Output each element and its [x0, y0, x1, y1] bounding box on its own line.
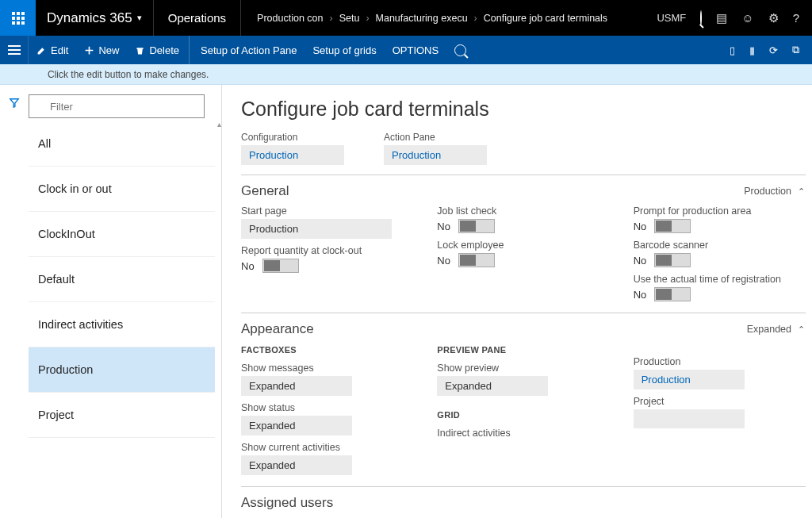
actual-time-toggle[interactable]: [654, 287, 691, 301]
action-bar: Edit New Delete Setup of Action Pane Set…: [0, 36, 812, 64]
sidebar-item-production[interactable]: Production: [29, 347, 215, 393]
show-preview-label: Show preview: [437, 363, 609, 374]
main-content: Configure job card terminals Configurati…: [222, 85, 812, 518]
sidebar-item-all[interactable]: All: [29, 121, 215, 167]
show-status-value[interactable]: Expanded: [241, 416, 352, 436]
prompt-area-value: No: [634, 221, 647, 232]
gear-icon[interactable]: ⚙: [768, 11, 779, 25]
assigned-users-section-header[interactable]: Assigned users: [241, 495, 806, 511]
show-preview-value[interactable]: Expanded: [437, 376, 548, 396]
start-page-value[interactable]: Production: [241, 219, 392, 239]
action-pane-value[interactable]: Production: [384, 145, 487, 165]
trash-icon: [135, 45, 145, 56]
config-value[interactable]: Production: [241, 145, 344, 165]
show-current-value[interactable]: Expanded: [241, 455, 352, 475]
report-qty-label: Report quantity at clock-out: [241, 245, 413, 256]
appearance-summary: Expanded: [747, 324, 798, 335]
show-current-label: Show current activities: [241, 442, 413, 453]
lock-employee-label: Lock employee: [437, 240, 609, 251]
project-field-value[interactable]: [634, 409, 745, 428]
project-field-label: Project: [634, 396, 806, 407]
filter-input[interactable]: [29, 94, 205, 118]
scroll-up-icon[interactable]: ▴: [215, 120, 223, 129]
sidebar: ▴ All Clock in or out ClockInOut Default…: [29, 85, 222, 518]
module-name[interactable]: Operations: [154, 0, 241, 36]
action-pane-label: Action Pane: [384, 132, 487, 143]
new-label: New: [98, 44, 119, 56]
info-text: Click the edit button to make changes.: [48, 69, 209, 80]
funnel-icon[interactable]: [9, 98, 20, 109]
search-icon[interactable]: [700, 11, 702, 25]
edit-label: Edit: [51, 44, 68, 56]
page-title: Configure job card terminals: [241, 98, 806, 121]
grid-subhead: GRID: [437, 410, 609, 420]
assigned-users-title: Assigned users: [241, 495, 349, 511]
plus-icon: [84, 45, 94, 56]
factboxes-subhead: FACTBOXES: [241, 345, 413, 355]
chevron-up-icon: ⌃: [798, 324, 806, 335]
sidebar-item-clock-in-or-out[interactable]: Clock in or out: [29, 167, 215, 212]
search-action-icon[interactable]: [446, 36, 474, 64]
delete-button[interactable]: Delete: [127, 36, 190, 64]
actual-time-label: Use the actual time of registration: [634, 274, 806, 285]
barcode-toggle[interactable]: [654, 253, 691, 267]
chevron-down-icon: ▾: [137, 13, 142, 23]
production-field-value[interactable]: Production: [634, 370, 745, 389]
brand-switcher[interactable]: Dynamics 365 ▾: [36, 0, 154, 36]
start-page-label: Start page: [241, 205, 413, 217]
sidebar-item-clockinout[interactable]: ClockInOut: [29, 212, 215, 257]
options-tab[interactable]: OPTIONS: [385, 36, 447, 64]
lock-employee-toggle[interactable]: [458, 253, 495, 267]
chevron-right-icon: ›: [329, 13, 332, 24]
filter-input-wrap: [29, 94, 215, 118]
sidebar-item-indirect-activities[interactable]: Indirect activities: [29, 302, 215, 347]
delete-label: Delete: [149, 44, 179, 56]
general-title: General: [241, 183, 304, 199]
sidebar-item-project[interactable]: Project: [29, 393, 215, 438]
smiley-icon[interactable]: ☺: [741, 11, 753, 25]
hamburger-icon[interactable]: [0, 36, 29, 64]
bc-item[interactable]: Configure job card terminals: [484, 13, 607, 24]
popout-icon[interactable]: ⧉: [792, 44, 799, 56]
refresh-icon[interactable]: ⟳: [769, 44, 778, 56]
indirect-activities-label: Indirect activities: [437, 428, 609, 439]
help-icon[interactable]: ?: [793, 11, 799, 25]
setup-grids-button[interactable]: Setup of grids: [304, 36, 384, 64]
preview-pane-subhead: PREVIEW PANE: [437, 345, 609, 355]
company-code[interactable]: USMF: [657, 12, 686, 24]
filter-column: [0, 85, 29, 518]
report-qty-value: No: [241, 260, 255, 272]
chevron-right-icon: ›: [366, 13, 369, 24]
edit-button[interactable]: Edit: [29, 36, 76, 64]
office-icon[interactable]: ▯: [730, 44, 735, 56]
sidebar-item-default[interactable]: Default: [29, 257, 215, 302]
appearance-title: Appearance: [241, 321, 330, 337]
prompt-area-toggle[interactable]: [654, 219, 691, 233]
bc-item[interactable]: Setu: [339, 13, 360, 24]
prompt-area-label: Prompt for production area: [634, 205, 806, 217]
pencil-icon: [36, 45, 47, 56]
general-summary: Production: [744, 186, 798, 197]
bc-item[interactable]: Production con: [257, 13, 323, 24]
breadcrumb: Production con › Setu › Manufacturing ex…: [241, 13, 644, 24]
production-field-label: Production: [634, 356, 806, 367]
chevron-up-icon: ⌃: [798, 186, 806, 197]
feedback-icon[interactable]: ▤: [716, 11, 727, 25]
lock-employee-value: No: [437, 255, 450, 267]
new-button[interactable]: New: [76, 36, 127, 64]
info-bar: Click the edit button to make changes.: [0, 64, 812, 85]
general-section-header[interactable]: General Production ⌃: [241, 183, 806, 199]
brand-name: Dynamics 365: [47, 10, 132, 26]
appearance-section-header[interactable]: Appearance Expanded ⌃: [241, 321, 806, 337]
attach-icon[interactable]: ▮: [749, 44, 755, 56]
config-label: Configuration: [241, 132, 344, 143]
show-messages-value[interactable]: Expanded: [241, 376, 352, 396]
job-list-toggle[interactable]: [458, 219, 495, 233]
app-launcher-icon[interactable]: [0, 0, 36, 36]
report-qty-toggle[interactable]: [262, 259, 299, 273]
actual-time-value: No: [634, 289, 647, 301]
barcode-value: No: [634, 255, 647, 267]
bc-item[interactable]: Manufacturing execu: [376, 13, 468, 24]
setup-action-pane-button[interactable]: Setup of Action Pane: [193, 36, 304, 64]
show-messages-label: Show messages: [241, 363, 413, 374]
